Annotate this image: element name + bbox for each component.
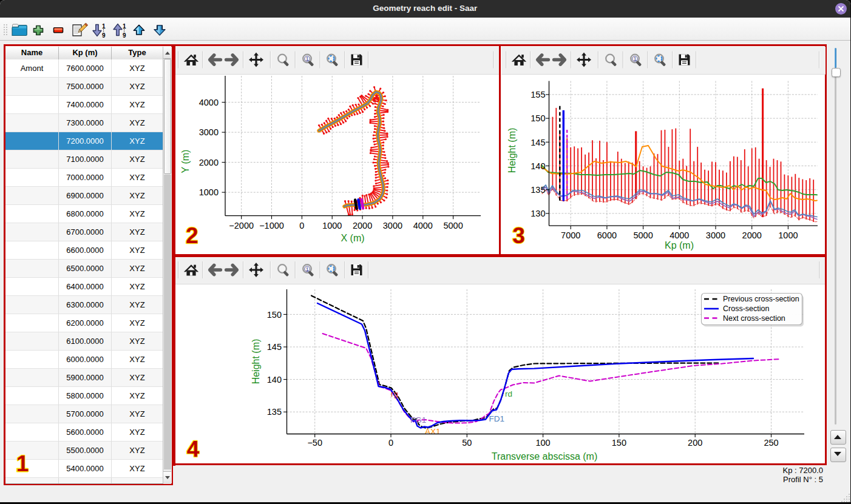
- svg-text:1: 1: [102, 23, 106, 30]
- svg-text:9: 9: [102, 32, 106, 39]
- svg-text:9: 9: [123, 32, 126, 39]
- svg-text:1: 1: [123, 23, 126, 30]
